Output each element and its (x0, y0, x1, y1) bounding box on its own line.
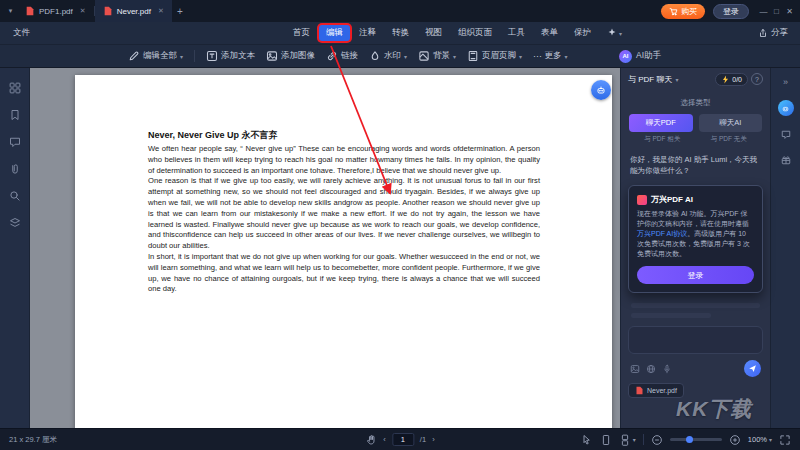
close-window-button[interactable]: ✕ (783, 7, 796, 16)
feedback-chat-icon[interactable] (780, 129, 792, 141)
send-button[interactable] (744, 360, 761, 377)
ai-avatar-icon[interactable] (778, 100, 794, 116)
maximize-button[interactable]: □ (770, 7, 783, 16)
menu-organize-pages[interactable]: 组织页面 (451, 25, 499, 41)
thumbnails-icon[interactable] (9, 82, 21, 94)
ai-robot-floating-button[interactable] (591, 80, 611, 100)
menu-forms[interactable]: 表单 (534, 25, 565, 41)
microphone-icon[interactable] (662, 364, 672, 374)
header-footer-button[interactable]: 页眉页脚 ▾ (467, 50, 522, 62)
close-tab-icon[interactable]: ✕ (158, 7, 164, 15)
left-sidebar (0, 68, 30, 428)
add-image-button[interactable]: 添加图像 (266, 50, 315, 62)
collapse-panel-icon[interactable]: » (783, 77, 788, 87)
link-icon (326, 50, 338, 62)
menu-items: 首页 编辑 注释 转换 视图 组织页面 工具 表单 保护 ▾ (286, 22, 628, 44)
minimize-button[interactable]: — (757, 7, 770, 16)
tab-pdf1[interactable]: PDF1.pdf ✕ (17, 0, 94, 22)
background-icon (418, 50, 430, 62)
zoom-in-icon[interactable] (729, 434, 741, 446)
menu-edit[interactable]: 编辑 (319, 25, 350, 41)
new-tab-button[interactable]: + (172, 3, 188, 19)
chat-type-buttons: 聊天PDF 聊天AI (621, 114, 770, 132)
menubar: 文件 首页 编辑 注释 转换 视图 组织页面 工具 表单 保护 ▾ 分享 (0, 22, 800, 44)
add-text-icon (206, 50, 218, 62)
toolbar-divider (194, 50, 195, 62)
edit-all-label: 编辑全部 (143, 50, 177, 62)
login-button[interactable]: 登录 (713, 4, 749, 19)
chat-pdf-caption: 与 PDF 相关 (629, 135, 696, 144)
single-page-view-icon[interactable] (600, 434, 612, 446)
watermark-button[interactable]: 水印 ▾ (369, 50, 407, 62)
zoom-slider-thumb[interactable] (686, 436, 693, 443)
menu-tools[interactable]: 工具 (501, 25, 532, 41)
hand-tool-icon[interactable] (365, 434, 377, 446)
gift-icon[interactable] (780, 154, 792, 166)
menu-comment[interactable]: 注释 (352, 25, 383, 41)
menu-file[interactable]: 文件 (0, 27, 43, 39)
add-text-button[interactable]: 添加文本 (206, 50, 255, 62)
ai-login-button[interactable]: 登录 (637, 266, 754, 284)
link-button[interactable]: 链接 (326, 50, 358, 62)
buy-button[interactable]: 购买 (661, 4, 705, 19)
prev-page-icon[interactable]: ‹ (383, 435, 386, 444)
quota-pill[interactable]: 0/0 (715, 73, 748, 86)
fullscreen-icon[interactable] (779, 434, 791, 446)
zoom-level-dropdown[interactable]: 100% ▾ (748, 435, 772, 444)
select-tool-icon[interactable] (581, 434, 593, 446)
ai-panel-header: 与 PDF 聊天 ▾ 0/0 ? (621, 68, 770, 90)
globe-icon[interactable] (646, 364, 656, 374)
magic-tools-button[interactable]: ▾ (600, 27, 628, 39)
document-title: Never, Never Give Up 永不言弃 (148, 129, 540, 142)
layers-icon[interactable] (9, 217, 21, 229)
chat-type-captions: 与 PDF 相关 与 PDF 无关 (621, 135, 770, 144)
titlebar: ▾ PDF1.pdf ✕ Never.pdf ✕ + 购买 登录 — □ ✕ (0, 0, 800, 22)
add-image-label: 添加图像 (281, 50, 315, 62)
background-button[interactable]: 背景 ▾ (418, 50, 456, 62)
image-icon (266, 50, 278, 62)
menu-convert[interactable]: 转换 (385, 25, 416, 41)
pdf-file-icon (103, 6, 113, 16)
sparkle-icon (606, 27, 618, 39)
search-icon[interactable] (9, 190, 21, 202)
chat-ai-button[interactable]: 聊天AI (699, 114, 763, 132)
ai-chat-panel: 与 PDF 聊天 ▾ 0/0 ? 选择类型 聊天PDF 聊天AI 与 PDF 相… (620, 68, 770, 428)
attached-file-row: Never.pdf (628, 383, 763, 398)
chevron-down-icon: ▾ (619, 30, 622, 37)
attached-file-chip[interactable]: Never.pdf (628, 383, 684, 398)
comment-icon[interactable] (9, 136, 21, 148)
chevron-down-icon: ▾ (404, 53, 407, 60)
more-tools-button[interactable]: ⋯ 更多 ▾ (533, 50, 568, 62)
continuous-view-icon (619, 434, 631, 446)
zoom-slider[interactable] (670, 438, 722, 441)
ai-agreement-link[interactable]: 万兴PDF AI协议 (637, 230, 687, 237)
page-number-input[interactable] (392, 433, 414, 446)
chat-mode-dropdown[interactable]: 与 PDF 聊天 (628, 74, 672, 85)
next-page-icon[interactable]: › (432, 435, 435, 444)
close-tab-icon[interactable]: ✕ (80, 7, 86, 15)
zoom-out-icon[interactable] (651, 434, 663, 446)
chat-pdf-button[interactable]: 聊天PDF (629, 114, 693, 132)
window-controls: — □ ✕ (757, 7, 796, 16)
menu-protect[interactable]: 保护 (567, 25, 598, 41)
page-layout-dropdown[interactable]: ▾ (619, 434, 636, 446)
share-button[interactable]: 分享 (758, 22, 788, 44)
menu-home[interactable]: 首页 (286, 25, 317, 41)
help-icon[interactable]: ? (751, 73, 763, 85)
tab-label: PDF1.pdf (39, 7, 73, 16)
chat-input-box[interactable] (628, 326, 763, 354)
app-menu-icon[interactable]: ▾ (4, 7, 17, 15)
pdf-page[interactable]: Never, Never Give Up 永不言弃 We often hear … (75, 75, 612, 428)
document-paragraph: We often hear people say, “ Never give u… (148, 144, 540, 176)
more-label: 更多 (545, 50, 562, 62)
insert-image-icon[interactable] (630, 364, 640, 374)
menu-view[interactable]: 视图 (418, 25, 449, 41)
bookmark-icon[interactable] (9, 109, 21, 121)
tab-never[interactable]: Never.pdf ✕ (95, 0, 172, 22)
attachment-icon[interactable] (9, 163, 21, 175)
document-viewer[interactable]: Never, Never Give Up 永不言弃 We often hear … (30, 68, 620, 428)
ai-assistant-button[interactable]: AI AI助手 (619, 50, 661, 63)
share-label: 分享 (771, 27, 788, 39)
right-sidebar: » (770, 68, 800, 428)
edit-all-button[interactable]: 编辑全部 ▾ (128, 50, 183, 62)
